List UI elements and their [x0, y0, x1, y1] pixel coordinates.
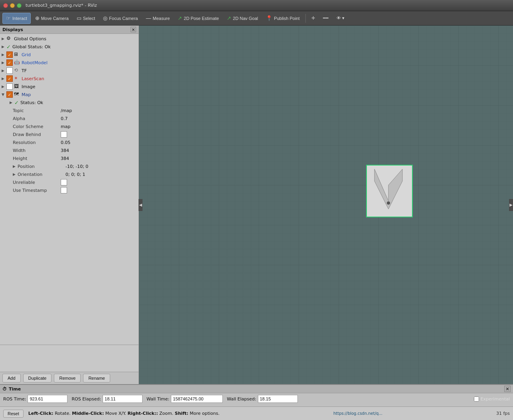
map-checkbox[interactable]: ✓: [6, 91, 13, 98]
nav-goal-button[interactable]: ↗ 2D Nav Goal: [223, 13, 261, 24]
experimental-area: Experimental: [474, 396, 510, 402]
prop-alpha[interactable]: Alpha 0.7: [0, 114, 139, 122]
display-item-grid[interactable]: ▶ ✓ ⊞ Grid: [0, 51, 139, 59]
move-camera-label: Move Camera: [41, 16, 69, 21]
svg-rect-1: [139, 26, 513, 384]
add-tool-button[interactable]: ✛: [308, 13, 319, 24]
grid-svg: [139, 26, 513, 384]
interact-button[interactable]: ☞ Interact: [2, 13, 31, 24]
display-item-global-options[interactable]: ▶ ⚙ Global Options: [0, 35, 139, 43]
minimize-button[interactable]: [10, 3, 15, 8]
add-button[interactable]: Add: [2, 374, 21, 383]
expand-icon-robot: ▶: [2, 61, 6, 65]
robot-checkbox[interactable]: ✓: [6, 59, 13, 66]
select-button[interactable]: ▭ Select: [73, 13, 99, 24]
wall-elapsed-field: Wall Elapsed:: [227, 395, 297, 403]
reset-button[interactable]: Reset: [3, 410, 24, 418]
experimental-checkbox[interactable]: [474, 396, 479, 402]
image-checkbox[interactable]: [6, 83, 13, 90]
display-item-laser-scan[interactable]: ▶ ✓ ✴ LaserScan: [0, 75, 139, 83]
unreliable-checkbox[interactable]: [61, 179, 67, 185]
displays-header: Displays ✕: [0, 26, 139, 34]
right-panel-collapse[interactable]: ▶: [509, 199, 513, 211]
move-camera-button[interactable]: ⊕ Move Camera: [32, 13, 72, 24]
orientation-expand: ▶: [13, 172, 18, 176]
use-timestamp-checkbox[interactable]: [61, 187, 67, 193]
prop-draw-behind[interactable]: Draw Behind: [0, 130, 139, 138]
expand-icon-laser: ▶: [2, 77, 6, 81]
ros-time-input[interactable]: [28, 395, 67, 403]
display-item-map[interactable]: ▼ ✓ 🗺 Map: [0, 91, 139, 99]
duplicate-button[interactable]: Duplicate: [23, 374, 52, 383]
draw-behind-checkbox[interactable]: [61, 131, 67, 138]
left-panel-collapse[interactable]: ◀: [139, 199, 143, 211]
zoom-tool-button[interactable]: ━━: [319, 13, 332, 24]
publish-point-button[interactable]: 📍 Publish Point: [262, 13, 303, 24]
prop-resolution[interactable]: Resolution 0.05: [0, 138, 139, 146]
prop-orientation[interactable]: ▶ Orientation 0; 0; 0; 1: [0, 170, 139, 178]
interact-icon: ☞: [6, 15, 11, 21]
display-item-image[interactable]: ▶ 🖼 Image: [0, 83, 139, 91]
ros-elapsed-input[interactable]: [103, 395, 143, 403]
focus-camera-button[interactable]: ◎ Focus Camera: [99, 13, 141, 24]
focus-camera-label: Focus Camera: [109, 16, 138, 21]
prop-position[interactable]: ▶ Position -10; -10; 0: [0, 162, 139, 170]
global-options-label: Global Options: [14, 36, 137, 41]
grid-checkbox[interactable]: ✓: [6, 51, 13, 58]
time-close-button[interactable]: ✕: [504, 386, 511, 392]
viewport[interactable]: ▶: [139, 26, 513, 384]
map-status-label: Status: Ok: [20, 100, 43, 105]
pose-label: 2D Pose Estimate: [184, 16, 219, 21]
tf-icon: ⟲: [14, 67, 20, 74]
width-label: Width: [13, 148, 61, 153]
prop-height[interactable]: Height 384: [0, 154, 139, 162]
wall-elapsed-input[interactable]: [258, 395, 298, 403]
select-label: Select: [83, 16, 95, 21]
laser-scan-label: LaserScan: [22, 76, 137, 81]
global-status-label: Global Status: Ok: [12, 44, 137, 49]
measure-button[interactable]: ― Measure: [142, 13, 173, 24]
window-controls[interactable]: [3, 3, 22, 8]
displays-close-button[interactable]: ✕: [131, 27, 136, 32]
laser-checkbox[interactable]: ✓: [6, 75, 13, 82]
camera-icon: ⊕: [35, 15, 40, 21]
svg-point-4: [387, 201, 390, 205]
robot-icon: 🤖: [14, 59, 20, 66]
alpha-label: Alpha: [13, 116, 61, 121]
laser-icon: ✴: [14, 75, 20, 82]
tf-checkbox[interactable]: [6, 67, 13, 74]
close-button[interactable]: [3, 3, 8, 8]
expand-icon-grid: ▶: [2, 53, 6, 57]
maximize-button[interactable]: [17, 3, 22, 8]
left-panel: Displays ✕ ▶ ⚙ Global Options ▶ ✓ Global…: [0, 26, 139, 384]
window-title: turtlebot3_gmapping.rviz* - RViz: [26, 3, 97, 8]
toolbar-separator: [305, 14, 306, 23]
eye-tool-button[interactable]: 👁 ▾: [333, 13, 348, 24]
map-status-row: ▶ ✓ Status: Ok: [0, 99, 139, 106]
nav-goal-label: 2D Nav Goal: [233, 16, 258, 21]
resolution-label: Resolution: [13, 140, 61, 145]
rename-button[interactable]: Rename: [83, 374, 110, 383]
map-status-ok-icon: ✓: [14, 100, 19, 106]
display-item-tf[interactable]: ▶ ⟲ TF: [0, 67, 139, 75]
expand-icon-image: ▶: [2, 85, 6, 89]
display-item-global-status[interactable]: ▶ ✓ Global Status: Ok: [0, 43, 139, 51]
remove-button[interactable]: Remove: [54, 374, 81, 383]
tf-label: TF: [22, 68, 137, 73]
url-display: https://blog.csdn.net/q...: [333, 411, 382, 416]
displays-list: ▶ ⚙ Global Options ▶ ✓ Global Status: Ok…: [0, 34, 139, 345]
wall-time-input[interactable]: [171, 395, 223, 403]
eye-icon: 👁 ▾: [337, 16, 345, 21]
prop-topic[interactable]: Topic /map: [0, 106, 139, 114]
focus-icon: ◎: [103, 15, 107, 21]
publish-point-label: Publish Point: [274, 16, 299, 21]
grid-label: Grid: [22, 52, 137, 57]
display-item-robot-model[interactable]: ▶ ✓ 🤖 RobotModel: [0, 59, 139, 67]
pose-estimate-button[interactable]: ↗ 2D Pose Estimate: [174, 13, 222, 24]
prop-unreliable[interactable]: Unreliable: [0, 178, 139, 186]
prop-color-scheme[interactable]: Color Scheme map: [0, 122, 139, 130]
orientation-label: Orientation: [18, 172, 65, 177]
image-label: Image: [22, 84, 137, 89]
prop-width[interactable]: Width 384: [0, 146, 139, 154]
prop-use-timestamp[interactable]: Use Timestamp: [0, 186, 139, 194]
